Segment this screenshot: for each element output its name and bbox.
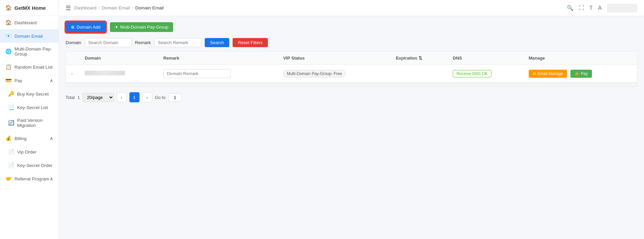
sidebar-billing-sub: 📄 Vip Order 📄 Key-Secret Order — [0, 145, 58, 172]
random-email-icon: 📋 — [5, 64, 12, 70]
next-page-button[interactable]: › — [142, 92, 152, 102]
dns-status-badge: Receive DNS OK — [453, 70, 491, 77]
domain-table-container: Domain Remark VIP Status Expiration ⇅ DN… — [66, 51, 637, 87]
domain-cell — [79, 65, 158, 82]
col-expiration: Expiration ⇅ — [391, 52, 447, 65]
vip-status-cell: Multi-Domain Pay-Group- Free — [278, 65, 390, 82]
email-manage-button[interactable]: ✉ Email Manage — [529, 70, 567, 78]
table-scrollbar[interactable] — [66, 82, 637, 87]
fullscreen-icon[interactable]: ⛶ — [579, 5, 584, 11]
multi-domain-icon: 🌐 — [5, 48, 12, 55]
sidebar-item-multi-domain[interactable]: 🌐 Multi-Domain Pay-Group — [0, 43, 58, 60]
sidebar-item-dashboard[interactable]: 🏠 Dashboard — [0, 16, 58, 29]
sidebar-logo[interactable]: 🏠 GetMX Home — [0, 0, 58, 16]
total-count: 1 — [77, 95, 80, 100]
sidebar-item-paid-version-migration[interactable]: 🔄 Paid Version Migration — [3, 114, 58, 132]
col-manage: Manage — [523, 52, 637, 65]
manage-cell: ✉ Email Manage 🔒 Pay — [523, 65, 637, 82]
sidebar-item-random-email[interactable]: 📋 Random Email List — [0, 60, 58, 74]
sidebar-item-domain-email[interactable]: 📧 Domain Email — [0, 29, 58, 43]
main-content: ☰ Dashboard / Domain Email / Domain Emai… — [59, 0, 644, 239]
buy-key-icon: 🔑 — [8, 91, 14, 97]
sidebar-item-vip-order[interactable]: 📄 Vip Order — [3, 145, 58, 159]
sidebar-item-key-secret-list[interactable]: 📃 Key-Secret List — [3, 101, 58, 114]
dns-cell: Receive DNS OK — [447, 65, 523, 82]
page-content: ⊕ Domain Add ✦ Multi-Domain Pay-Group Do… — [59, 16, 644, 239]
pay-button[interactable]: 🔒 Pay — [570, 70, 592, 78]
topbar-actions: 🔍 ⛶ T A — [567, 4, 637, 12]
vip-status-badge: Multi-Domain Pay-Group- Free — [283, 70, 346, 77]
action-bar: ⊕ Domain Add ✦ Multi-Domain Pay-Group — [66, 22, 637, 33]
sidebar: 🏠 GetMX Home 🏠 Dashboard 📧 Domain Email … — [0, 0, 59, 239]
sidebar-referral-header[interactable]: 🤝 Referral Program ∧ — [0, 172, 58, 185]
referral-chevron-icon: ∧ — [50, 176, 53, 181]
migration-icon: 🔄 — [8, 120, 14, 126]
domain-value-blurred — [85, 71, 125, 75]
page-size-select[interactable]: 20/page 50/page 100/page — [83, 93, 114, 102]
pagination: Total 1 20/page 50/page 100/page ‹ 1 › G… — [66, 92, 637, 102]
search-button[interactable]: Search — [205, 38, 229, 47]
domain-search-input[interactable] — [85, 38, 132, 47]
dashboard-icon: 🏠 — [5, 20, 12, 26]
font-icon[interactable]: T — [590, 5, 593, 11]
page-1-button[interactable]: 1 — [129, 92, 139, 102]
goto-page-input[interactable] — [168, 93, 182, 102]
col-dns: DNS — [447, 52, 523, 65]
sidebar-pay-sub: 🔑 Buy Key-Secret 📃 Key-Secret List 🔄 Pai… — [0, 87, 58, 132]
star-icon: ✦ — [115, 25, 118, 30]
sidebar-billing-header[interactable]: 💰 Billing ∧ — [0, 132, 58, 145]
remark-search-input[interactable] — [154, 38, 201, 47]
reset-filters-button[interactable]: Reset Filters — [233, 38, 268, 47]
hamburger-icon[interactable]: ☰ — [66, 4, 71, 12]
sidebar-pay-header[interactable]: 💳 Pay ∧ — [0, 74, 58, 87]
lock-icon: 🔒 — [574, 71, 579, 76]
plus-icon: ⊕ — [71, 25, 75, 30]
sort-icon: ⇅ — [418, 56, 422, 61]
search-topbar-icon[interactable]: 🔍 — [567, 5, 573, 11]
key-list-icon: 📃 — [8, 104, 14, 110]
col-domain: Domain — [79, 52, 158, 65]
expiration-cell — [391, 65, 447, 82]
sidebar-item-buy-key-secret[interactable]: 🔑 Buy Key-Secret — [3, 87, 58, 101]
remark-filter-label: Remark — [135, 40, 151, 45]
col-remark: Remark — [158, 52, 278, 65]
email-icon: ✉ — [533, 71, 536, 76]
row-expand-button[interactable]: › — [71, 71, 73, 76]
remark-cell — [158, 65, 278, 82]
key-order-icon: 📄 — [8, 162, 14, 168]
total-label: Total — [66, 95, 75, 100]
home-icon: 🏠 — [5, 5, 12, 11]
prev-page-button[interactable]: ‹ — [117, 92, 127, 102]
accessibility-icon[interactable]: A — [598, 5, 602, 11]
table-row: › Multi-Domain Pay-Group- Free — [66, 65, 637, 82]
topbar: ☰ Dashboard / Domain Email / Domain Emai… — [59, 0, 644, 16]
pay-icon: 💳 — [5, 77, 12, 83]
vip-order-icon: 📄 — [8, 149, 14, 155]
goto-label: Go to — [155, 95, 166, 100]
breadcrumb-sep-2: / — [132, 5, 133, 10]
sidebar-item-key-secret-order[interactable]: 📄 Key-Secret Order — [3, 159, 58, 172]
domain-email-icon: 📧 — [5, 33, 12, 39]
domain-filter-label: Domain — [66, 40, 81, 45]
domain-add-button[interactable]: ⊕ Domain Add — [66, 22, 106, 33]
breadcrumb-sep-1: / — [98, 5, 100, 10]
billing-chevron-icon: ∧ — [50, 136, 53, 141]
filter-bar: Domain Remark Search Reset Filters — [66, 38, 637, 47]
multi-domain-pay-group-button[interactable]: ✦ Multi-Domain Pay-Group — [110, 22, 173, 32]
col-vip-status: VIP Status — [278, 52, 390, 65]
domain-remark-input[interactable] — [163, 69, 231, 78]
referral-icon: 🤝 — [5, 176, 12, 182]
breadcrumb: Dashboard / Domain Email / Domain Email — [74, 5, 164, 10]
user-avatar[interactable] — [607, 4, 637, 12]
billing-icon: 💰 — [5, 135, 12, 141]
pay-chevron-icon: ∧ — [50, 78, 53, 83]
domain-table: Domain Remark VIP Status Expiration ⇅ DN… — [66, 52, 637, 82]
